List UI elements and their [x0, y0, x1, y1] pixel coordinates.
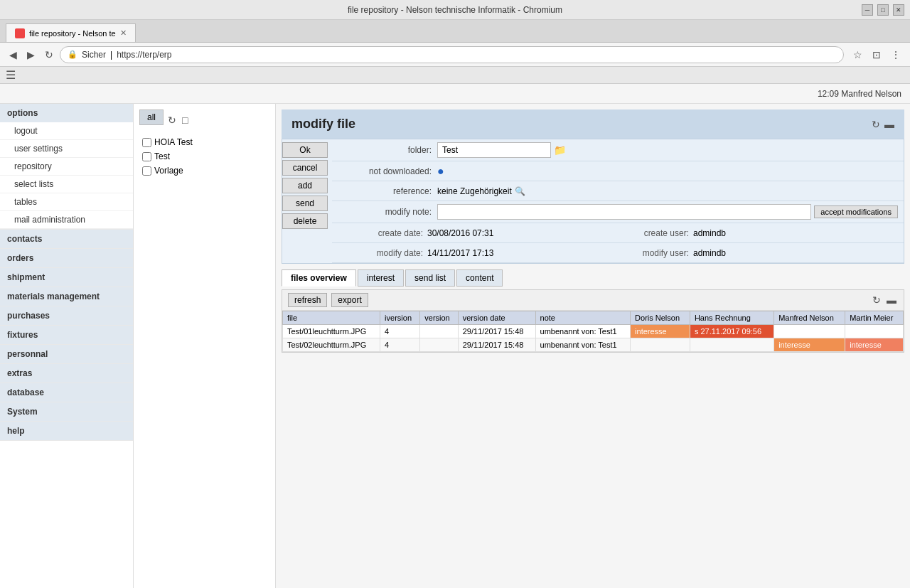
cell-doris-2 [631, 338, 690, 352]
star-btn[interactable]: ☆ [850, 48, 866, 62]
reference-text: keine Zugehörigkeit [437, 186, 512, 196]
sidebar-header-database[interactable]: database [0, 383, 133, 402]
minimize-btn[interactable]: ─ [862, 4, 873, 16]
delete-btn[interactable]: delete [282, 213, 328, 229]
modify-form-section: Ok cancel add send delete folder: 📁 [282, 139, 904, 264]
accept-modifications-btn[interactable]: accept modifications [814, 205, 898, 218]
cell-martin-2: interesse [845, 338, 904, 352]
sidebar-header-personnal[interactable]: personnal [0, 345, 133, 363]
right-panel: modify file ↻ ▬ Ok cancel add send delet… [276, 104, 910, 588]
sidebar-header-materials[interactable]: materials management [0, 287, 133, 306]
sidebar-item-select-lists[interactable]: select lists [0, 176, 133, 193]
address-bar[interactable]: 🔒 Sicher | https://terp/erp [60, 46, 844, 63]
more-btn[interactable]: ⋮ [887, 48, 904, 62]
tree-item-vorlage[interactable]: Vorlage [139, 164, 269, 178]
export-btn[interactable]: export [331, 293, 368, 307]
tree-checkbox-hoia[interactable] [142, 138, 151, 147]
folder-icon[interactable]: 📁 [554, 144, 566, 156]
col-version-date: version date [458, 311, 535, 325]
add-btn[interactable]: add [282, 178, 328, 193]
tree-checkbox-vorlage[interactable] [142, 166, 151, 176]
sidebar-header-orders[interactable]: orders [0, 249, 133, 267]
sidebar-section-fixtures: fixtures [0, 326, 133, 345]
col-note: note [535, 311, 631, 325]
modify-note-row: modify note: accept modifications [332, 201, 904, 223]
tree-label-hoia: HOIA Test [154, 137, 193, 147]
modify-note-input[interactable] [437, 204, 811, 220]
sidebar-header-extras[interactable]: extras [0, 364, 133, 383]
sidebar-section-orders: orders [0, 249, 133, 268]
sidebar-header-help[interactable]: help [0, 422, 133, 440]
cancel-btn[interactable]: cancel [282, 160, 328, 176]
cast-btn[interactable]: ⊡ [869, 48, 884, 62]
close-btn[interactable]: ✕ [893, 4, 904, 16]
sidebar-section-purchases: purchases [0, 306, 133, 326]
table-refresh-icon-btn[interactable]: ↻ [871, 293, 882, 307]
restore-btn[interactable]: □ [877, 4, 889, 16]
left-panel: all ↻ □ HOIA Test Test Vorlage [134, 104, 276, 588]
table-minimize-icon-btn[interactable]: ▬ [885, 293, 898, 307]
forward-btn[interactable]: ▶ [23, 48, 38, 62]
tab-favicon [15, 28, 25, 38]
action-column: Ok cancel add send delete [282, 139, 332, 263]
nav-actions: ☆ ⊡ ⋮ [850, 48, 904, 62]
tree-checkbox-test[interactable] [142, 152, 151, 161]
sidebar-header-options[interactable]: options [0, 104, 133, 122]
header-minimize-btn[interactable]: ▬ [884, 119, 894, 130]
send-btn[interactable]: send [282, 196, 328, 211]
window-controls[interactable]: ─ □ ✕ [862, 4, 904, 16]
tree-item-hoia[interactable]: HOIA Test [139, 135, 269, 149]
sidebar-item-user-settings[interactable]: user settings [0, 140, 133, 158]
sidebar-item-logout[interactable]: logout [0, 122, 133, 140]
sidebar-header-shipment[interactable]: shipment [0, 268, 133, 287]
header-refresh-btn[interactable]: ↻ [872, 119, 880, 130]
file-table-area: refresh export ↻ ▬ file iversion version… [282, 289, 904, 353]
back-btn[interactable]: ◀ [6, 48, 21, 62]
folder-input[interactable] [437, 142, 551, 158]
tab-files-overview[interactable]: files overview [282, 269, 356, 287]
cell-doris-1: interesse [631, 325, 690, 338]
reference-search-icon[interactable]: 🔍 [515, 186, 525, 196]
tab-send-list[interactable]: send list [405, 269, 455, 287]
main-layout: options logout user settings repository … [0, 104, 910, 588]
modify-user-value: admindb [693, 248, 726, 258]
sidebar-header-fixtures[interactable]: fixtures [0, 326, 133, 344]
sidebar-section-personnal: personnal [0, 345, 133, 364]
sidebar-item-tables[interactable]: tables [0, 193, 133, 211]
hamburger-icon[interactable]: ☰ [6, 68, 16, 82]
sidebar-header-contacts[interactable]: contacts [0, 230, 133, 248]
modify-form: Ok cancel add send delete folder: 📁 [282, 139, 904, 263]
sidebar-item-mail-administration[interactable]: mail administration [0, 211, 133, 229]
refresh-nav-btn[interactable]: ↻ [41, 48, 57, 62]
col-manfred: Manfred Nelson [774, 311, 845, 325]
all-btn[interactable]: all [139, 109, 164, 125]
col-doris: Doris Nelson [631, 311, 690, 325]
lock-icon: 🔒 [68, 50, 77, 59]
sidebar-section-database: database [0, 383, 133, 402]
modify-dates-row: modify date: 14/11/2017 17:13 modify use… [332, 243, 904, 263]
tab-close-btn[interactable]: ✕ [120, 28, 127, 38]
cell-hans-1: s 27.11.2017 09:56 [690, 325, 774, 338]
sidebar-item-repository[interactable]: repository [0, 158, 133, 176]
col-file: file [283, 311, 380, 325]
file-table: file iversion version version date note … [282, 311, 904, 352]
tab-content[interactable]: content [456, 269, 503, 287]
tree-label-test: Test [154, 151, 170, 161]
url-text: https://terp/erp [117, 50, 171, 60]
tree-label-vorlage: Vorlage [154, 166, 183, 176]
not-downloaded-value: ● [437, 165, 898, 178]
sidebar-header-system[interactable]: System [0, 402, 133, 421]
ok-btn[interactable]: Ok [282, 142, 328, 158]
tab-interest[interactable]: interest [358, 269, 404, 287]
refresh-tree-btn[interactable]: ↻ [166, 113, 178, 127]
cell-version-date-2: 29/11/2017 15:48 [458, 338, 535, 352]
table-toolbar-right: ↻ ▬ [871, 293, 898, 307]
not-downloaded-label: not downloaded: [338, 166, 437, 176]
active-tab[interactable]: file repository - Nelson te ✕ [6, 23, 136, 42]
tree-item-test[interactable]: Test [139, 149, 269, 164]
collapse-tree-btn[interactable]: □ [181, 113, 189, 127]
refresh-btn[interactable]: refresh [288, 293, 327, 307]
cell-martin-1 [845, 325, 904, 338]
sidebar-header-purchases[interactable]: purchases [0, 306, 133, 325]
cell-file-1: Test/01leuchtturm.JPG [283, 325, 380, 338]
